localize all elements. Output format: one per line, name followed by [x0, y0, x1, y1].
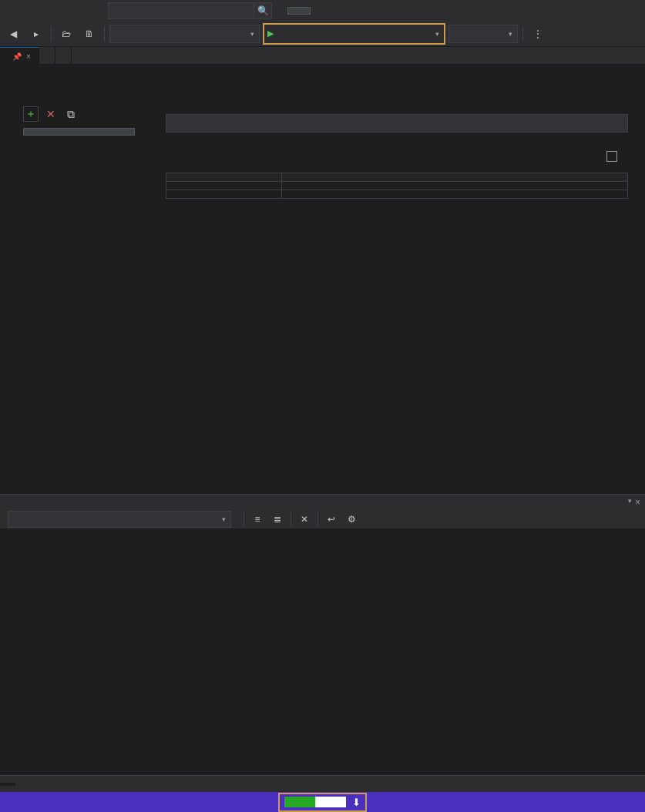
play-icon: ▶: [267, 29, 274, 39]
menu-help[interactable]: [88, 8, 100, 14]
tab-cmakelists-1[interactable]: [55, 47, 72, 65]
build-mode-selector[interactable]: [448, 25, 518, 43]
pin-icon[interactable]: 📌: [12, 52, 22, 61]
tab-cmakesettings[interactable]: 📌 ×: [0, 47, 39, 65]
close-panel-icon[interactable]: ×: [635, 497, 640, 508]
col-value-header: [282, 173, 627, 181]
search-icon[interactable]: 🔍: [254, 2, 272, 19]
dropdown-icon[interactable]: ▾: [628, 497, 632, 508]
var-name: [166, 182, 282, 190]
find-prev-icon[interactable]: ≡: [249, 512, 266, 527]
output-text[interactable]: [0, 528, 645, 775]
bottom-tab-bar: [0, 775, 645, 792]
open-file-icon[interactable]: 🗁: [56, 25, 76, 43]
separator: [522, 26, 523, 42]
find-next-icon[interactable]: ≣: [269, 512, 286, 527]
show-advanced-checkbox[interactable]: [606, 151, 617, 162]
separator: [317, 512, 318, 527]
menu-b[interactable]: [2, 8, 14, 14]
progress-bar: [284, 797, 346, 807]
project-name-button[interactable]: [287, 7, 311, 15]
var-value[interactable]: [282, 190, 627, 198]
var-value[interactable]: [282, 182, 627, 190]
status-bar: ⬇: [0, 792, 645, 812]
duplicate-config-button[interactable]: ⧉: [63, 106, 79, 122]
output-toolbar: ≡ ≣ ✕ ↩ ⚙: [0, 509, 645, 528]
menu-window[interactable]: [76, 8, 88, 14]
settings-icon[interactable]: ⚙: [343, 512, 360, 527]
search-input[interactable]: [108, 2, 254, 19]
var-name: [166, 190, 282, 198]
menu-extensions[interactable]: [63, 8, 76, 14]
cmake-header: [0, 65, 645, 99]
launch-target[interactable]: ▶: [263, 23, 445, 45]
cmake-vars-table: [166, 173, 628, 199]
output-source-selector[interactable]: [8, 511, 231, 528]
wrap-icon[interactable]: ↩: [323, 512, 340, 527]
main-toolbar: ◀ ▸ 🗁 🗎 ▶ ⋮: [0, 21, 645, 47]
config-main: [143, 99, 645, 494]
tab-error-list[interactable]: [15, 783, 31, 786]
nav-back-icon[interactable]: ◀: [3, 25, 23, 43]
menu-test[interactable]: [26, 8, 39, 14]
ctest-args-input[interactable]: [166, 114, 628, 133]
build-progress-box: ⬇: [278, 793, 367, 812]
output-panel-header: ▾ ×: [0, 494, 645, 509]
table-row[interactable]: [166, 190, 627, 198]
separator: [291, 512, 291, 527]
editor-tab-bar: 📌 ×: [0, 47, 645, 65]
menu-bar: 🔍: [0, 0, 645, 21]
cmake-settings-editor: ＋ ✕ ⧉: [0, 65, 645, 494]
add-config-button[interactable]: ＋: [23, 106, 39, 122]
toolbar-overflow-icon[interactable]: ⋮: [528, 25, 548, 43]
clear-output-icon[interactable]: ✕: [296, 512, 313, 527]
col-name-header: [166, 173, 282, 181]
tab-output[interactable]: [0, 783, 15, 786]
separator: [244, 512, 244, 527]
tab-cmakelists-2[interactable]: [39, 47, 55, 65]
config-selector[interactable]: [109, 25, 260, 43]
config-sidebar: ＋ ✕ ⧉: [0, 99, 143, 494]
menu-debug[interactable]: [14, 8, 26, 14]
delete-config-button[interactable]: ✕: [43, 106, 59, 122]
config-list-item[interactable]: [23, 128, 135, 136]
close-icon[interactable]: ×: [26, 52, 31, 61]
menu-tools[interactable]: [51, 8, 63, 14]
download-icon[interactable]: ⬇: [352, 797, 361, 808]
save-all-icon[interactable]: 🗎: [79, 25, 99, 43]
separator: [51, 26, 52, 42]
menu-analyze[interactable]: [39, 8, 51, 14]
table-row[interactable]: [166, 182, 627, 190]
nav-fwd-icon[interactable]: ▸: [26, 25, 46, 43]
separator: [104, 26, 105, 42]
